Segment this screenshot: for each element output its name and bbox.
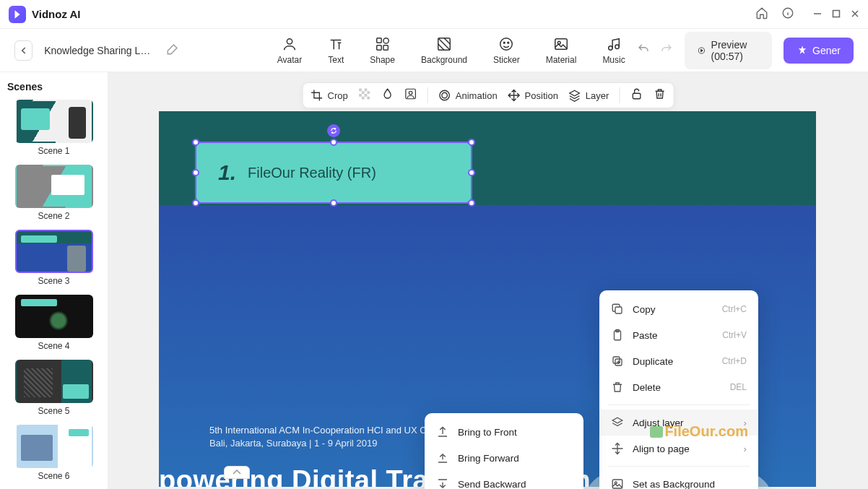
ctx-bring-front[interactable]: Bring to Front [425, 419, 583, 445]
svg-rect-6 [383, 45, 388, 49]
tool-material[interactable]: Material [546, 36, 577, 65]
scene-item[interactable]: Scene 4 [7, 295, 100, 351]
scene-thumbnail [15, 425, 93, 468]
minimize-icon[interactable] [813, 8, 822, 21]
element-toolbar: Crop Animation Position Layer [303, 82, 674, 108]
position-button[interactable]: Position [508, 89, 558, 102]
logo-icon [9, 6, 26, 23]
tool-avatar[interactable]: Avatar [277, 36, 302, 65]
scene-label: Scene 2 [7, 211, 100, 221]
text-element[interactable]: 1. FileOur Reality (FR) [196, 143, 471, 202]
home-icon[interactable] [755, 7, 768, 22]
svg-point-25 [409, 91, 413, 95]
header: Knowledge Sharing Lectu... Avatar Text S… [0, 29, 868, 72]
scene-label: Scene 1 [7, 146, 100, 156]
scene-item[interactable]: Scene 3 [7, 230, 100, 286]
scenes-sidebar: Scenes Scene 1 Scene 2 Scene 3 Scene 4 S… [0, 72, 108, 489]
scene-thumbnail [15, 360, 93, 403]
svg-point-4 [383, 38, 389, 43]
svg-point-13 [609, 46, 613, 50]
tool-label: Shape [370, 55, 395, 65]
ctx-paste[interactable]: PasteCtrl+V [599, 322, 758, 348]
svg-rect-16 [359, 89, 362, 92]
svg-rect-3 [376, 38, 381, 42]
tools-row: Avatar Text Shape Background Sticker Mat… [277, 36, 625, 65]
tool-music[interactable]: Music [602, 36, 625, 65]
scene-label: Scene 6 [7, 471, 100, 481]
scene-item[interactable]: Scene 2 [7, 165, 100, 221]
info-icon[interactable] [781, 7, 794, 22]
blur-icon[interactable] [381, 87, 394, 103]
expand-handle[interactable] [224, 466, 250, 479]
svg-rect-21 [365, 94, 368, 97]
maximize-icon[interactable] [832, 8, 841, 21]
app-name: Vidnoz AI [32, 8, 81, 20]
svg-rect-23 [368, 97, 370, 100]
generate-button[interactable]: Gener [784, 38, 854, 64]
scene-label: Scene 3 [7, 276, 100, 286]
watermark: FileOur.com [650, 423, 748, 440]
tool-sticker[interactable]: Sticker [493, 36, 520, 65]
svg-rect-11 [555, 38, 568, 49]
titlebar-left: Vidnoz AI [9, 6, 81, 23]
scene-item[interactable]: Scene 5 [7, 360, 100, 416]
tool-text[interactable]: Text [328, 36, 344, 65]
tool-background[interactable]: Background [421, 36, 467, 65]
svg-point-10 [508, 42, 509, 43]
ctx-copy[interactable]: CopyCtrl+C [599, 296, 758, 322]
tool-label: Avatar [277, 55, 302, 65]
svg-rect-34 [612, 480, 622, 488]
scene-thumbnail [15, 165, 93, 208]
svg-point-14 [615, 44, 620, 48]
preview-label: Preview (00:57) [711, 39, 760, 62]
delete-icon[interactable] [653, 87, 666, 103]
edit-title-icon[interactable] [166, 43, 179, 59]
generate-label: Gener [812, 45, 841, 56]
svg-rect-5 [376, 45, 381, 49]
undo-icon[interactable] [637, 43, 650, 59]
scene-thumbnail [15, 230, 93, 273]
transparency-icon[interactable] [358, 87, 371, 103]
layer-button[interactable]: Layer [568, 89, 609, 102]
canvas-area: Crop Animation Position Layer [108, 72, 868, 489]
header-right: Preview (00:57) Gener [637, 32, 854, 69]
animation-button[interactable]: Animation [438, 89, 498, 102]
element-text: FileOur Reality (FR) [248, 165, 376, 181]
close-icon[interactable] [851, 8, 859, 21]
svg-rect-20 [359, 94, 362, 97]
ctx-delete[interactable]: DeleteDEL [599, 374, 758, 400]
tool-label: Background [421, 55, 467, 65]
titlebar-right [755, 7, 859, 22]
ctx-send-backward[interactable]: Send Backward [425, 471, 583, 489]
tool-shape[interactable]: Shape [370, 36, 395, 65]
ctx-duplicate[interactable]: DuplicateCtrl+D [599, 348, 758, 374]
tool-label: Material [546, 55, 577, 65]
remove-bg-icon[interactable] [404, 87, 417, 103]
banner-date: Bali, Jakarta, Surabaya | 1 - 9 April 20… [209, 438, 377, 449]
ctx-bring-forward[interactable]: Bring Forward [425, 445, 583, 471]
svg-point-2 [287, 38, 292, 43]
sidebar-title: Scenes [7, 81, 100, 92]
svg-rect-29 [615, 307, 622, 313]
svg-rect-19 [368, 91, 370, 94]
tool-label: Sticker [493, 55, 520, 65]
back-button[interactable] [14, 40, 32, 61]
tool-label: Text [328, 55, 344, 65]
svg-point-8 [500, 38, 513, 50]
context-menu: CopyCtrl+C PasteCtrl+V DuplicateCtrl+D D… [599, 290, 758, 489]
ctx-set-background[interactable]: Set as Background [599, 471, 758, 489]
svg-rect-22 [362, 97, 365, 100]
scene-item[interactable]: Scene 1 [7, 100, 100, 156]
chevron-right-icon: › [744, 443, 747, 454]
svg-point-27 [440, 90, 450, 100]
redo-icon[interactable] [660, 43, 673, 59]
preview-button[interactable]: Preview (00:57) [685, 32, 772, 69]
crop-button[interactable]: Crop [311, 89, 348, 102]
svg-rect-1 [833, 10, 840, 17]
unlock-icon[interactable] [630, 87, 643, 103]
scene-item[interactable]: Scene 6 [7, 425, 100, 481]
svg-rect-17 [365, 89, 368, 92]
element-number: 1. [218, 160, 236, 185]
project-title: Knowledge Sharing Lectu... [44, 45, 155, 56]
svg-rect-28 [633, 93, 641, 99]
